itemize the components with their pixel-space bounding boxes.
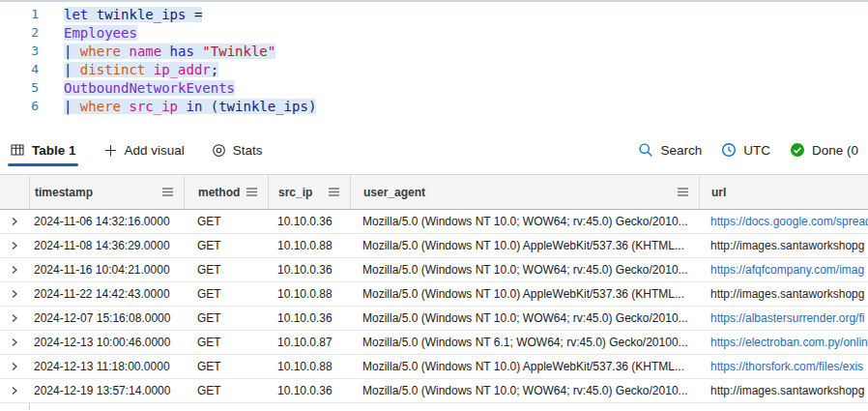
cell-timestamp: 2024-11-16 10:04:21.0000 <box>29 263 184 277</box>
table-row[interactable]: 2024-11-06 14:32:16.0000 GET 10.10.0.36 … <box>0 210 868 234</box>
add-visual-button[interactable]: Add visual <box>103 143 185 158</box>
row-expander-button[interactable] <box>0 265 29 275</box>
line-number: 1 <box>0 7 39 21</box>
cell-user-agent: Mozilla/5.0 (Windows NT 6.1; WOW64; rv:4… <box>350 336 699 349</box>
cell-url-link[interactable]: https://afqfcompany.com/imag <box>699 263 868 277</box>
column-menu-icon[interactable] <box>677 187 689 197</box>
cell-src-ip: 10.10.0.36 <box>268 384 350 397</box>
cell-timestamp: 2024-11-22 14:42:43.0000 <box>29 287 184 301</box>
query-results-page: 1 let twinkle_ips = 2 Employees 3 | wher… <box>0 0 868 411</box>
table-row[interactable]: 2024-12-07 15:16:08.0000 GET 10.10.0.36 … <box>0 307 868 331</box>
plus-icon <box>103 143 118 158</box>
cell-timestamp: 2024-12-13 11:18:00.0000 <box>29 360 184 373</box>
cell-timestamp: 2024-12-19 13:57:14.0000 <box>29 384 184 397</box>
stats-donut-icon <box>212 143 226 158</box>
header-cell-expander <box>0 175 29 209</box>
code-line: 4 | distinct ip_addr; <box>0 60 868 78</box>
cell-method: GET <box>184 263 268 277</box>
cell-method: GET <box>184 239 268 252</box>
header-cell-src-ip[interactable]: src_ip <box>268 175 350 209</box>
stats-label: Stats <box>233 143 263 158</box>
cell-src-ip: 10.10.0.36 <box>268 311 350 325</box>
table-row[interactable]: 2024-11-22 14:42:43.0000 GET 10.10.0.88 … <box>0 282 868 307</box>
cell-src-ip: 10.10.0.87 <box>268 336 350 349</box>
code-token: let <box>64 7 88 22</box>
code-token: (twinkle_ips) <box>211 99 317 114</box>
cell-user-agent: Mozilla/5.0 (Windows NT 10.0; WOW64; rv:… <box>350 384 699 397</box>
header-cell-url[interactable]: url <box>699 175 868 209</box>
row-expander-button[interactable] <box>0 338 29 347</box>
success-check-icon <box>790 142 805 158</box>
query-status: Done (0 <box>790 142 858 158</box>
cell-src-ip: 10.10.0.88 <box>268 360 350 373</box>
column-label: timestamp <box>35 186 93 199</box>
timezone-label: UTC <box>743 143 770 158</box>
row-expander-button[interactable] <box>0 241 29 250</box>
code-line: 2 Employees <box>0 23 868 42</box>
grid-header-row: timestamp method src_ip user_agent url <box>0 175 868 210</box>
table-icon <box>10 142 25 158</box>
column-label: url <box>711 186 726 199</box>
cell-url-link[interactable]: https://thorsfork.com/files/exis <box>699 360 868 373</box>
code-line: 5 OutboundNetworkEvents <box>0 78 868 97</box>
code-token: OutboundNetworkEvents <box>64 80 235 96</box>
cell-method: GET <box>184 311 268 325</box>
code-token <box>145 62 153 77</box>
code-token: | <box>64 62 80 77</box>
row-expander-button[interactable] <box>0 289 29 299</box>
code-token: | <box>64 99 80 114</box>
cell-src-ip: 10.10.0.88 <box>268 287 350 301</box>
search-icon <box>638 142 653 158</box>
column-menu-icon[interactable] <box>328 187 340 197</box>
clock-icon <box>721 142 737 158</box>
results-grid: timestamp method src_ip user_agent url 2… <box>0 175 868 410</box>
column-divider <box>29 403 30 410</box>
code-token: has <box>170 44 194 59</box>
cell-user-agent: Mozilla/5.0 (Windows NT 10.0; WOW64; rv:… <box>350 311 699 325</box>
code-text: | where name has "Twinkle" <box>64 44 275 59</box>
column-menu-icon[interactable] <box>246 187 258 197</box>
code-token <box>161 44 169 59</box>
code-text: OutboundNetworkEvents <box>64 80 235 96</box>
tab-table-1-label: Table 1 <box>32 143 76 158</box>
column-label: method <box>198 186 240 199</box>
cell-url: http://images.santaworkshopg <box>699 239 868 252</box>
toolbar-right-group: Search UTC Done (0 <box>638 142 858 158</box>
cell-user-agent: Mozilla/5.0 (Windows NT 10.0) AppleWebKi… <box>350 360 699 373</box>
cell-url: http://images.santaworkshopg <box>699 287 868 301</box>
stats-button[interactable]: Stats <box>212 143 263 158</box>
cell-url-link[interactable]: https://electroban.com.py/onlin <box>699 336 868 349</box>
search-button[interactable]: Search <box>638 142 702 158</box>
timezone-selector[interactable]: UTC <box>721 142 770 158</box>
row-expander-button[interactable] <box>0 362 29 371</box>
table-row[interactable]: 2024-12-19 13:57:14.0000 GET 10.10.0.36 … <box>0 379 868 403</box>
cell-timestamp: 2024-12-13 10:00:46.0000 <box>29 336 184 349</box>
code-token: src_ip <box>129 99 178 114</box>
query-editor[interactable]: 1 let twinkle_ips = 2 Employees 3 | wher… <box>0 0 868 126</box>
search-label: Search <box>660 143 702 158</box>
row-expander-button[interactable] <box>0 313 29 323</box>
query-status-label: Done (0 <box>812 143 858 158</box>
header-cell-method[interactable]: method <box>184 175 268 209</box>
code-text: | distinct ip_addr; <box>64 62 218 77</box>
table-row[interactable]: 2024-12-13 10:00:46.0000 GET 10.10.0.87 … <box>0 331 868 355</box>
table-row[interactable]: 2024-11-16 10:04:21.0000 GET 10.10.0.36 … <box>0 258 868 282</box>
cell-user-agent: Mozilla/5.0 (Windows NT 10.0; WOW64; rv:… <box>350 263 699 277</box>
cell-url-link[interactable]: https://albastersurrender.org/fi <box>699 311 868 325</box>
column-menu-icon[interactable] <box>161 187 174 197</box>
code-token <box>202 99 210 114</box>
row-expander-button[interactable] <box>0 217 29 226</box>
tab-table-1[interactable]: Table 1 <box>10 142 76 158</box>
cell-method: GET <box>184 384 268 397</box>
column-label: src_ip <box>278 186 312 199</box>
header-cell-timestamp[interactable]: timestamp <box>29 175 184 209</box>
code-token: name <box>129 44 161 59</box>
cell-url-link[interactable]: https://docs.google.com/spread <box>699 215 868 228</box>
cell-timestamp: 2024-11-06 14:32:16.0000 <box>29 215 184 228</box>
table-row[interactable]: 2024-12-13 11:18:00.0000 GET 10.10.0.88 … <box>0 355 868 379</box>
table-row[interactable]: 2024-11-08 14:36:29.0000 GET 10.10.0.88 … <box>0 234 868 258</box>
code-token: "Twinkle" <box>202 44 275 59</box>
header-cell-user-agent[interactable]: user_agent <box>350 175 699 209</box>
row-expander-button[interactable] <box>0 386 29 396</box>
cell-method: GET <box>184 360 268 373</box>
